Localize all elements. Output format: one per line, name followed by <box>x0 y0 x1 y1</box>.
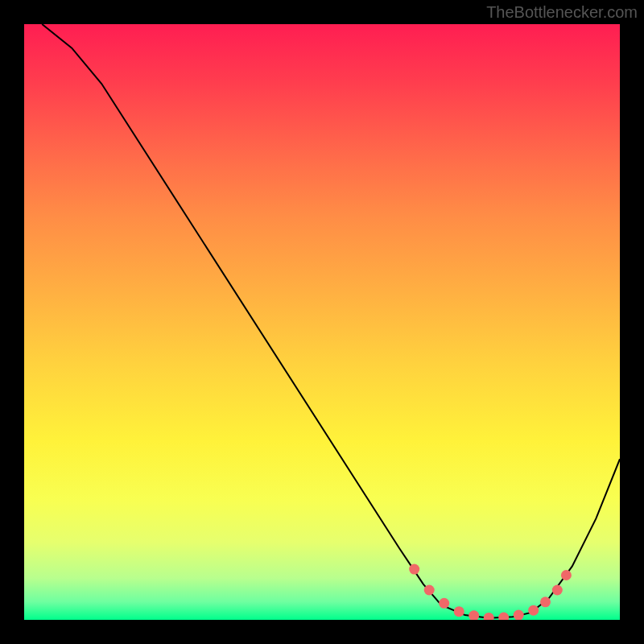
data-marker <box>409 564 419 575</box>
data-marker <box>498 613 509 620</box>
data-marker <box>540 597 551 607</box>
data-marker <box>528 605 539 616</box>
data-marker <box>514 610 524 620</box>
data-marker <box>439 598 449 609</box>
data-marker <box>469 610 479 620</box>
marker-group <box>409 564 572 620</box>
data-marker <box>454 606 464 617</box>
curve-line <box>42 24 620 618</box>
data-marker <box>484 613 494 620</box>
data-marker <box>424 585 435 596</box>
data-marker <box>552 585 563 596</box>
chart-svg <box>24 24 620 620</box>
watermark-text: TheBottlenecker.com <box>486 3 638 22</box>
chart-plot-area <box>24 24 620 620</box>
data-marker <box>561 570 572 580</box>
